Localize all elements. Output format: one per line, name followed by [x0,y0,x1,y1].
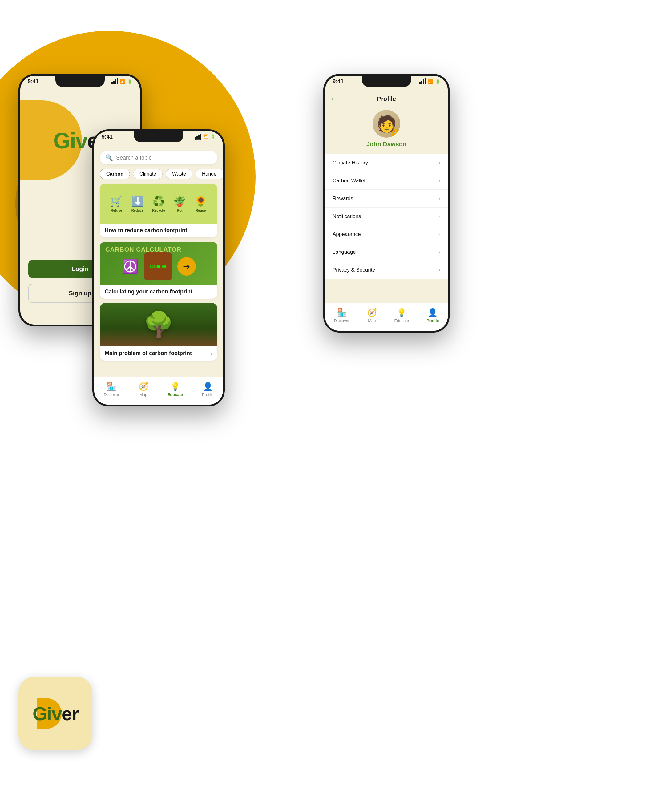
chevron-climate-history: › [438,160,440,166]
card3-title: Main problem of carbon footprint [105,350,192,357]
nav-profile-educate[interactable]: 👤 Profile [202,382,214,397]
search-bar[interactable]: 🔍 [100,151,217,165]
nav-map-profile[interactable]: 🧭 Map [367,308,377,323]
profile-avatar: 🧑 ✏️ [372,110,400,137]
nav-map-label-profile: Map [368,318,375,323]
refuse-label: Refuse [111,209,122,212]
app-icon-text: Giver [33,703,78,725]
notch-login [55,76,105,87]
card3-title-row: Main problem of carbon footprint › [100,346,217,360]
search-icon: 🔍 [105,154,113,161]
nav-discover-profile[interactable]: 🏪 Discover [334,308,349,323]
menu-item-climate-history[interactable]: Climate History › [325,154,448,172]
menu-item-notifications[interactable]: Notifications › [325,208,448,225]
menu-item-rewards[interactable]: Rewards › [325,190,448,208]
battery-icon-educate: 🔋 [210,134,215,139]
edu-cards: 🛒 Refuse ⬇️ Reduce ♻️ Recycle [94,179,223,360]
wifi-icon-educate: 📶 [203,134,209,139]
status-icons-profile: 📶 🔋 [420,78,440,84]
card2-image: CARBON CALCULATOR ☮️ 12346.09 ➔ [100,242,217,285]
profile-icon-active: 👤 [428,308,438,317]
phone-educate: 9:41 📶 🔋 🔍 Carbon Climate Waste Hunger [92,129,225,406]
nav-discover-label: Discover [104,392,119,397]
menu-label-rewards: Rewards [333,195,353,202]
nav-educate-label: Educate [168,392,183,397]
battery-icon-login: 🔋 [127,79,133,84]
card-reduce-carbon[interactable]: 🛒 Refuse ⬇️ Reduce ♻️ Recycle [100,183,217,237]
calculator-display: 12346.09 [144,252,172,280]
icon-recycle: ♻️ Recycle [152,195,165,212]
search-input[interactable] [116,154,212,161]
nav-map-label: Map [139,392,147,397]
menu-item-privacy[interactable]: Privacy & Security › [325,261,448,279]
menu-item-language[interactable]: Language › [325,243,448,261]
profile-icon-educate: 👤 [203,382,213,391]
icon-reuse: 🌻 Reuse [194,195,207,212]
card3-chevron: › [210,350,212,357]
chevron-privacy: › [438,267,440,273]
map-icon-profile: 🧭 [367,308,377,317]
profile-header-bar: ‹ Profile [325,91,448,107]
nav-educate-active[interactable]: 💡 Educate [168,382,183,397]
educate-content: 🔍 Carbon Climate Waste Hunger 🛒 [94,147,223,404]
battery-icon-profile: 🔋 [435,79,440,84]
phone-profile: 9:41 📶 🔋 ‹ Profile 🧑 ✏️ John [323,74,450,333]
nav-profile-label-active: Profile [426,318,439,323]
wifi-icon-profile: 📶 [428,79,433,84]
reuse-icon: 🌻 [194,195,207,207]
bottom-nav-educate: 🏪 Discover 🧭 Map 💡 Educate 👤 Profile [94,377,223,404]
profile-back-button[interactable]: ‹ [331,95,333,103]
reuse-label: Reuse [195,209,206,212]
nav-profile-active[interactable]: 👤 Profile [426,308,439,323]
app-icon-giv: Giv [33,703,62,724]
recycle-label: Recycle [152,209,165,212]
pill-carbon[interactable]: Carbon [100,169,130,179]
discover-icon-profile: 🏪 [337,308,347,317]
nav-map-educate[interactable]: 🧭 Map [139,382,148,397]
map-icon: 🧭 [139,382,148,391]
profile-username: John Dawson [366,141,406,148]
chevron-rewards: › [438,195,440,202]
nav-discover-label-profile: Discover [334,318,349,323]
rot-label: Rot [177,209,182,212]
card-main-problem[interactable]: 🌳 Main problem of carbon footprint › [100,303,217,360]
menu-label-climate-history: Climate History [333,160,368,166]
status-time-educate: 9:41 [102,134,113,140]
recycle-icon: ♻️ [152,195,165,207]
profile-content: ‹ Profile 🧑 ✏️ John Dawson Climate Histo… [325,91,448,331]
nav-discover-educate[interactable]: 🏪 Discover [104,382,119,397]
refuse-icon: 🛒 [110,195,123,207]
icon-reduce: ⬇️ Reduce [131,195,144,212]
card-carbon-calculator[interactable]: CARBON CALCULATOR ☮️ 12346.09 ➔ Calculat… [100,242,217,299]
reduce-icon: ⬇️ [131,195,144,207]
chevron-appearance: › [438,231,440,237]
notch-educate [134,131,183,142]
card2-title: Calculating your carbon footprint [100,285,217,299]
discover-icon: 🏪 [107,382,116,391]
app-icon: Giver [18,676,92,750]
menu-item-appearance[interactable]: Appearance › [325,225,448,243]
carbon-icons-row: 🛒 Refuse ⬇️ Reduce ♻️ Recycle [100,192,217,215]
profile-avatar-section: 🧑 ✏️ John Dawson [325,107,448,154]
pill-climate[interactable]: Climate [133,169,163,179]
edit-avatar-badge[interactable]: ✏️ [392,129,400,137]
topic-pills: Carbon Climate Waste Hunger [94,165,223,179]
reduce-label: Reduce [131,209,144,212]
status-icons-educate: 📶 🔋 [195,134,215,140]
pill-hunger[interactable]: Hunger [195,169,223,179]
card1-title: How to reduce carbon footprint [100,224,217,237]
signal-icon-educate [195,134,201,140]
menu-label-appearance: Appearance [333,231,361,237]
nav-educate-label-profile: Educate [394,318,409,323]
pill-waste[interactable]: Waste [166,169,192,179]
calc-header: CARBON CALCULATOR [105,246,182,253]
menu-label-privacy: Privacy & Security [333,267,375,273]
nav-profile-label-educate: Profile [202,392,214,397]
signal-icon-login [111,78,118,84]
nav-educate-profile[interactable]: 💡 Educate [394,308,409,323]
profile-menu: Climate History › Carbon Wallet › Reward… [325,154,448,279]
chevron-carbon-wallet: › [438,177,440,184]
status-time-profile: 9:41 [333,78,343,85]
rot-icon: 🪴 [173,195,186,207]
menu-item-carbon-wallet[interactable]: Carbon Wallet › [325,172,448,190]
